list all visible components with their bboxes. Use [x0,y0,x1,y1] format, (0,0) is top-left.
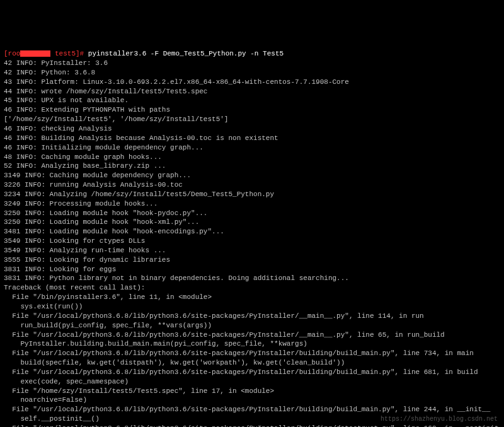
output-line: 46 INFO: Initializing module dependency … [4,143,500,153]
output-line: 3831 INFO: Python library not in binary … [4,274,500,283]
output-line: noarchive=False) [4,395,500,405]
output-line: 3234 INFO: Analyzing /home/szy/Install/t… [4,190,500,199]
command-text: pyinstaller3.6 -F Demo_Test5_Python.py -… [88,50,284,57]
output-line: 46 INFO: Extending PYTHONPATH with paths [4,105,500,115]
output-line: 3549 INFO: Looking for ctypes DLLs [4,237,500,246]
terminal-output: [roo test5]# pyinstaller3.6 -F Demo_Test… [4,40,500,427]
output-line: 46 INFO: checking Analysis [4,124,500,134]
output-line: File "/bin/pyinstaller3.6", line 11, in … [4,293,500,302]
prompt-redacted [20,50,50,57]
output-line: 46 INFO: Building Analysis because Analy… [4,134,500,143]
output-line: 3481 INFO: Loading module hook "hook-enc… [4,227,500,237]
output-line: run_build(pyi_config, spec_file, **vars(… [4,321,500,330]
output-line: File "/usr/local/python3.6.8/lib/python3… [4,424,500,427]
output-line: 3555 INFO: Looking for dynamic libraries [4,255,500,265]
output-line: 3250 INFO: Loading module hook "hook-pyd… [4,209,500,218]
output-line: 42 INFO: Python: 3.6.8 [4,68,500,78]
output-line: File "/usr/local/python3.6.8/lib/python3… [4,368,500,377]
output-line: build(specfile, kw.get('distpath'), kw.g… [4,358,500,368]
output-lines: 42 INFO: PyInstaller: 3.642 INFO: Python… [4,59,500,427]
watermark-text: https://shazhenyu.blog.csdn.net [381,415,498,424]
output-line: 3549 INFO: Analyzing run-time hooks ... [4,246,500,255]
output-line: File "/usr/local/python3.6.8/lib/python3… [4,312,500,321]
prompt-line: [roo test5]# pyinstaller3.6 -F Demo_Test… [4,49,500,59]
output-line: File "/usr/local/python3.6.8/lib/python3… [4,330,500,340]
output-line: 45 INFO: UPX is not available. [4,96,500,105]
prompt-user-suffix: test5]# [50,50,84,57]
output-line: 3149 INFO: Caching module dependency gra… [4,171,500,180]
output-line: exec(code, spec_namespace) [4,377,500,387]
output-line: 52 INFO: Analyzing base_library.zip ... [4,161,500,171]
output-line: PyInstaller.building.build_main.main(pyi… [4,339,500,349]
output-line: 44 INFO: wrote /home/szy/Install/test5/T… [4,87,500,97]
output-line: 3226 INFO: running Analysis Analysis-00.… [4,180,500,190]
output-line: 3831 INFO: Looking for eggs [4,265,500,274]
output-line: 42 INFO: PyInstaller: 3.6 [4,59,500,68]
output-line: File "/home/szy/Install/test5/Test5.spec… [4,387,500,396]
output-line: sys.exit(run()) [4,302,500,312]
output-line: ['/home/szy/Install/test5', '/home/szy/I… [4,115,500,124]
output-line: 3249 INFO: Processing module hooks... [4,199,500,209]
prompt-user-prefix: [roo [4,50,20,57]
output-line: Traceback (most recent call last): [4,283,500,293]
output-line: File "/usr/local/python3.6.8/lib/python3… [4,405,500,414]
output-line: File "/usr/local/python3.6.8/lib/python3… [4,349,500,358]
output-line: 43 INFO: Platform: Linux-3.10.0-693.2.2.… [4,78,500,87]
output-line: 48 INFO: Caching module graph hooks... [4,153,500,162]
output-line: 3250 INFO: Loading module hook "hook-xml… [4,218,500,227]
